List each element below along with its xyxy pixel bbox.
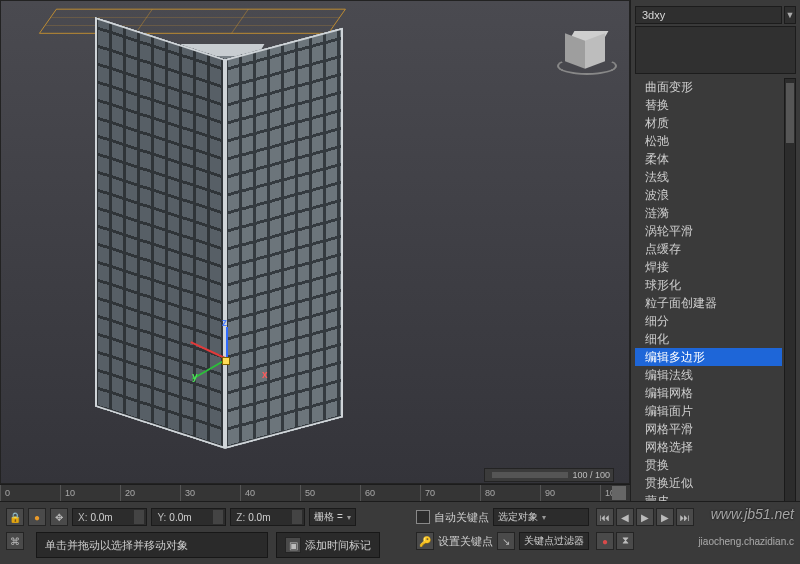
gizmo-origin[interactable] (222, 357, 230, 365)
gizmo-z-axis[interactable] (226, 327, 228, 359)
timeline-tick: 20 (120, 485, 180, 501)
timeline-tick: 0 (0, 485, 60, 501)
set-key-icon[interactable]: 🔑 (416, 532, 434, 550)
status-text: 单击并拖动以选择并移动对象 (36, 532, 268, 558)
modifier-item[interactable]: 细分 (635, 312, 782, 330)
coord-x-label: X: (75, 512, 90, 523)
modifier-item[interactable]: 曲面变形 (635, 78, 782, 96)
coord-z-label: Z: (233, 512, 248, 523)
timeline-tick: 30 (180, 485, 240, 501)
play-button[interactable]: ▶ (636, 508, 654, 526)
modifier-dropdown-value: 3dxy (642, 9, 665, 21)
modifier-item[interactable]: 网格选择 (635, 438, 782, 456)
time-config-button[interactable]: ⧗ (616, 532, 634, 550)
modifier-item[interactable]: 编辑网格 (635, 384, 782, 402)
transform-gizmo[interactable]: z x y (196, 331, 256, 391)
playback-controls-2: ● ⧗ (596, 532, 634, 550)
script-icon[interactable]: ⌘ (6, 532, 24, 550)
modifier-item[interactable]: 编辑多边形 (635, 348, 782, 366)
modifier-item[interactable]: 网格平滑 (635, 420, 782, 438)
coord-z-spinner[interactable] (292, 510, 302, 524)
frame-spinner-bar[interactable] (492, 472, 568, 478)
modifier-item[interactable]: 焊接 (635, 258, 782, 276)
bottom-bar: 🔒 ● ✥ X: 0.0m Y: 0.0m Z: 0.0m 栅格 = ▾ ⌘ 单… (0, 501, 800, 564)
modifier-item[interactable]: 松弛 (635, 132, 782, 150)
modifier-scrollbar[interactable] (784, 78, 796, 506)
modifier-toolbar[interactable] (635, 26, 796, 74)
selected-object-dropdown[interactable]: 选定对象 ▾ (493, 508, 589, 526)
construction-grid (39, 9, 346, 34)
key-filter-label: 关键点过滤器 (524, 534, 584, 548)
coord-x-spinner[interactable] (134, 510, 144, 524)
set-key-label: 设置关键点 (438, 534, 493, 549)
timeline-tick: 10 (60, 485, 120, 501)
modifier-list[interactable]: 曲面变形替换材质松弛柔体法线波浪涟漪涡轮平滑点缓存焊接球形化粒子面创建器细分细化… (635, 78, 782, 506)
coord-z-field[interactable]: Z: 0.0m (230, 508, 305, 526)
modifier-item[interactable]: 贯换 (635, 456, 782, 474)
timeline-tick: 50 (300, 485, 360, 501)
transform-type-icon[interactable]: ✥ (50, 508, 68, 526)
lock-icon[interactable]: 🔒 (6, 508, 24, 526)
coord-x-field[interactable]: X: 0.0m (72, 508, 147, 526)
chevron-down-icon: ▾ (347, 513, 351, 522)
gizmo-x-label: x (262, 369, 268, 380)
coord-y-field[interactable]: Y: 0.0m (151, 508, 226, 526)
modifier-item[interactable]: 编辑面片 (635, 402, 782, 420)
coord-y-label: Y: (154, 512, 169, 523)
modifier-item[interactable]: 法线 (635, 168, 782, 186)
modifier-item[interactable]: 粒子面创建器 (635, 294, 782, 312)
timeline-tick: 70 (420, 485, 480, 501)
record-button[interactable]: ● (596, 532, 614, 550)
modifier-item[interactable]: 点缓存 (635, 240, 782, 258)
selected-object-value: 选定对象 (498, 510, 538, 524)
tag-icon: ▣ (285, 537, 301, 553)
modifier-item[interactable]: 细化 (635, 330, 782, 348)
viewcube[interactable] (565, 31, 611, 71)
building-model[interactable] (71, 31, 351, 461)
modifier-dropdown-arrow-icon[interactable]: ▼ (784, 6, 796, 24)
auto-key-checkbox[interactable] (416, 510, 430, 524)
goto-end-button[interactable]: ⏭ (676, 508, 694, 526)
timeline-slider[interactable] (612, 486, 626, 500)
key-filter-button[interactable]: 关键点过滤器 (519, 532, 589, 550)
modifier-dropdown[interactable]: 3dxy (635, 6, 782, 24)
auto-key-label: 自动关键点 (434, 510, 489, 525)
keyframe-icon[interactable]: ● (28, 508, 46, 526)
grid-snap-label: 栅格 = (314, 510, 343, 524)
viewcube-compass[interactable] (557, 57, 617, 75)
prev-frame-button[interactable]: ◀ (616, 508, 634, 526)
coord-y-spinner[interactable] (213, 510, 223, 524)
coord-x-value: 0.0m (90, 512, 132, 523)
modifier-item[interactable]: 涟漪 (635, 204, 782, 222)
modifier-item[interactable]: 柔体 (635, 150, 782, 168)
timeline-tick: 100 (600, 485, 660, 501)
gizmo-y-label: y (192, 371, 198, 382)
add-time-tag-label: 添加时间标记 (305, 538, 371, 553)
modifier-item[interactable]: 涡轮平滑 (635, 222, 782, 240)
timeline-ruler[interactable]: 0102030405060708090100 (0, 484, 630, 501)
frame-indicator-text: 100 / 100 (572, 470, 610, 480)
scrollbar-thumb[interactable] (786, 83, 794, 143)
coord-z-value: 0.0m (248, 512, 290, 523)
viewport-3d[interactable]: z x y 100 / 100 (0, 0, 630, 484)
add-time-tag-button[interactable]: ▣ 添加时间标记 (276, 532, 380, 558)
timeline-tick: 40 (240, 485, 300, 501)
next-frame-button[interactable]: ▶ (656, 508, 674, 526)
grid-snap-field[interactable]: 栅格 = ▾ (309, 508, 356, 526)
watermark-source: jiaocheng.chazidian.c (698, 536, 794, 547)
modifier-item[interactable]: 材质 (635, 114, 782, 132)
frame-indicator[interactable]: 100 / 100 (484, 468, 614, 482)
gizmo-z-label: z (222, 317, 227, 328)
chevron-down-icon: ▾ (542, 513, 546, 522)
timeline-tick: 90 (540, 485, 600, 501)
modifier-item[interactable]: 替换 (635, 96, 782, 114)
goto-start-button[interactable]: ⏮ (596, 508, 614, 526)
modifier-item[interactable]: 球形化 (635, 276, 782, 294)
key-filter-icon[interactable]: ↘ (497, 532, 515, 550)
watermark-text: www.jb51.net (711, 506, 794, 522)
timeline-tick: 80 (480, 485, 540, 501)
timeline-tick: 60 (360, 485, 420, 501)
playback-controls: ⏮ ◀ ▶ ▶ ⏭ (596, 508, 694, 526)
modifier-item[interactable]: 编辑法线 (635, 366, 782, 384)
modifier-item[interactable]: 波浪 (635, 186, 782, 204)
